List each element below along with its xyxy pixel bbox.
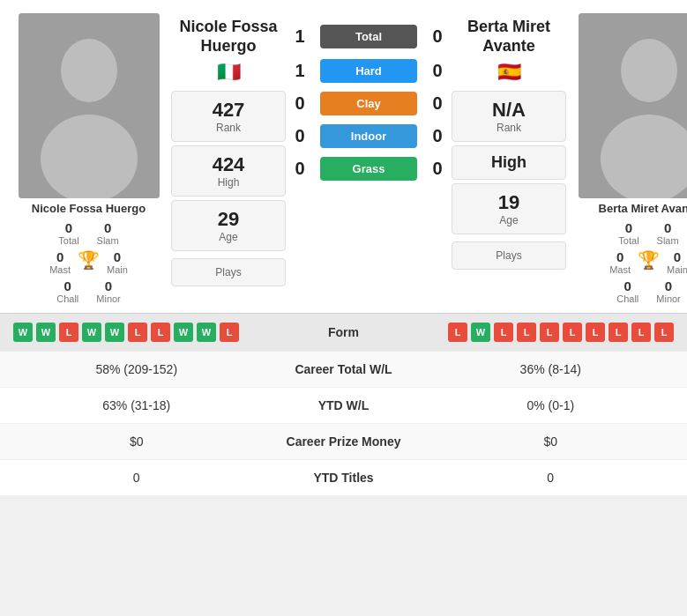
p1-total-score: 1 (287, 26, 313, 47)
form-badge: L (220, 323, 239, 342)
player2-total: 0 Total (618, 220, 638, 246)
form-badge: L (494, 323, 513, 342)
form-badge: W (36, 323, 56, 342)
p2-grass-score: 0 (424, 159, 451, 179)
form-badge: W (174, 323, 193, 342)
player2-form-badges: LWLLLLLLLL (448, 323, 674, 342)
top-wrapper: Nicole Fossa Huergo 0 Total 0 Slam 0 (0, 0, 687, 313)
player1-photo (19, 13, 160, 198)
p1-indoor-score: 0 (287, 126, 313, 146)
player2-photo (579, 13, 688, 198)
player2-minor: 0 Minor (656, 278, 681, 304)
player1-plays-box: Plays (171, 258, 286, 286)
player1-chall: 0 Chall (56, 278, 78, 304)
form-badge: W (197, 323, 216, 342)
form-section: WWLWWLLWWL Form LWLLLLLLLL (0, 313, 687, 351)
ytd-wl-row: 63% (31-18) YTD W/L 0% (0-1) (0, 387, 687, 423)
player2-flag: 🇪🇸 (497, 61, 521, 84)
p1-clay-score: 0 (287, 93, 313, 114)
player1-name: Nicole Fossa Huergo (175, 18, 281, 56)
prize-p2: $0 (432, 434, 670, 449)
player1-mast: 0 Mast (49, 249, 71, 275)
career-wl-row: 58% (209-152) Career Total W/L 36% (8-14… (0, 351, 687, 387)
indoor-button[interactable]: Indoor (320, 124, 417, 148)
player2-rank-box: N/A Rank (452, 91, 566, 142)
p1-hard-score: 1 (287, 61, 313, 81)
svg-point-1 (61, 39, 117, 102)
player2-chall: 0 Chall (616, 278, 638, 304)
grass-button[interactable]: Grass (320, 157, 417, 181)
prize-p1: $0 (18, 434, 256, 449)
player2-plays-box: Plays (452, 241, 566, 270)
player2-trophy-icon: 🏆 (638, 249, 660, 271)
form-badge: L (631, 323, 651, 342)
titles-p2: 0 (432, 471, 670, 485)
player2-mast: 0 Mast (609, 249, 631, 275)
prize-row: $0 Career Prize Money $0 (0, 423, 687, 459)
player2-column: Berta Miret Avante 0 Total 0 Slam 0 (567, 13, 687, 304)
ytd-wl-p2: 0% (0-1) (432, 398, 670, 412)
career-wl-p2: 36% (8-14) (432, 362, 670, 376)
ytd-wl-label: YTD W/L (256, 398, 432, 412)
player1-slam: 0 Slam (97, 220, 119, 246)
form-badge: W (82, 323, 101, 342)
form-badge: L (151, 323, 170, 342)
form-badge: L (563, 323, 582, 342)
p2-clay-score: 0 (424, 93, 451, 114)
player1-trophy-icon: 🏆 (78, 249, 100, 271)
p2-total-score: 0 (424, 26, 451, 47)
form-badge: L (517, 323, 536, 342)
career-wl-label: Career Total W/L (256, 362, 432, 376)
titles-p1: 0 (18, 471, 256, 485)
clay-score-row: 0 Clay 0 (287, 89, 451, 118)
player1-flag: 🇮🇹 (217, 61, 241, 84)
player1-form-badges: WWLWWLLWWL (13, 323, 239, 342)
stats-rows: 58% (209-152) Career Total W/L 36% (8-14… (0, 351, 687, 495)
form-badge: L (586, 323, 605, 342)
player2-name-under: Berta Miret Avante (599, 202, 687, 215)
grass-score-row: 0 Grass 0 (287, 154, 451, 183)
player2-high-box: High (452, 145, 566, 180)
player1-high-box: 424 High (171, 145, 286, 197)
form-badge: L (128, 323, 147, 342)
player1-rank-box: 427 Rank (171, 91, 286, 142)
form-badge: L (448, 323, 467, 342)
player1-age-box: 29 Age (171, 200, 286, 251)
player2-main: 0 Main (667, 249, 687, 275)
player1-column: Nicole Fossa Huergo 0 Total 0 Slam 0 (7, 13, 170, 304)
titles-label: YTD Titles (256, 471, 432, 485)
form-badge: L (540, 323, 559, 342)
player2-age-box: 19 Age (452, 183, 566, 234)
form-badge: W (471, 323, 490, 342)
main-container: Nicole Fossa Huergo 0 Total 0 Slam 0 (0, 0, 687, 495)
form-badge: W (105, 323, 124, 342)
form-badge: L (609, 323, 628, 342)
form-badge: W (13, 323, 33, 342)
player1-total: 0 Total (58, 220, 78, 246)
player1-name-under: Nicole Fossa Huergo (32, 202, 146, 215)
player2-slam: 0 Slam (657, 220, 679, 246)
career-wl-p1: 58% (209-152) (18, 362, 256, 376)
form-badge: L (59, 323, 78, 342)
titles-row: 0 YTD Titles 0 (0, 459, 687, 495)
ytd-wl-p1: 63% (31-18) (18, 398, 256, 412)
p2-indoor-score: 0 (424, 126, 451, 146)
player2-stat-boxes: Berta Miret Avante 🇪🇸 N/A Rank High 19 A… (456, 13, 562, 270)
player1-minor: 0 Minor (96, 278, 121, 304)
total-button[interactable]: Total (320, 25, 417, 48)
center-column: 1 Total 0 1 Hard 0 0 Clay 0 0 Indoor 0 (287, 13, 451, 185)
svg-point-4 (621, 39, 677, 102)
p1-grass-score: 0 (287, 159, 313, 179)
player1-main: 0 Main (107, 249, 128, 275)
p2-hard-score: 0 (424, 61, 451, 81)
hard-button[interactable]: Hard (320, 59, 417, 83)
player2-name: Berta Miret Avante (456, 18, 562, 56)
total-score-row: 1 Total 0 (287, 22, 451, 51)
form-label: Form (239, 325, 448, 339)
prize-label: Career Prize Money (256, 434, 432, 449)
form-badge: L (654, 323, 674, 342)
hard-score-row: 1 Hard 0 (287, 56, 451, 85)
player1-stat-boxes: Nicole Fossa Huergo 🇮🇹 427 Rank 424 High… (175, 13, 281, 286)
clay-button[interactable]: Clay (320, 92, 417, 115)
indoor-score-row: 0 Indoor 0 (287, 122, 451, 151)
